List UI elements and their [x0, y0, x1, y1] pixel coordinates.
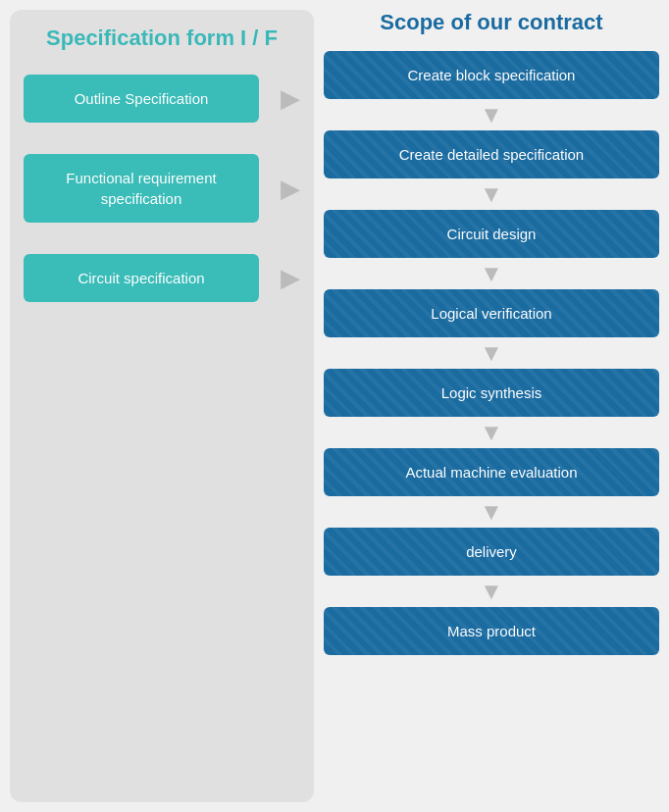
down-arrow-5: ▼	[480, 500, 503, 524]
left-box-functional-requirement: Functional requirement specification	[24, 154, 259, 223]
right-box-0: Create block specification	[324, 51, 659, 99]
left-item-row-0: Outline Specification ▶	[24, 75, 300, 123]
left-panel: Specification form I / F Outline Specifi…	[10, 10, 314, 802]
right-box-5: Actual machine evaluation	[324, 448, 659, 496]
right-box-4: Logic synthesis	[324, 369, 659, 417]
right-box-1: Create detailed specification	[324, 130, 659, 178]
down-arrow-6: ▼	[480, 580, 503, 603]
right-panel: Scope of our contract Create block speci…	[324, 10, 659, 802]
left-item-row-2: Circuit specification ▶	[24, 254, 300, 302]
right-box-6: delivery	[324, 528, 659, 576]
down-arrow-1: ▼	[480, 182, 503, 206]
down-arrow-3: ▼	[480, 341, 503, 365]
left-box-outline-specification: Outline Specification	[24, 75, 259, 123]
down-arrow-0: ▼	[480, 103, 503, 127]
right-arrow-1: ▶	[281, 174, 300, 204]
right-arrow-0: ▶	[281, 83, 300, 114]
left-item-row-1: Functional requirement specification ▶	[24, 154, 300, 223]
down-arrow-2: ▼	[480, 262, 503, 285]
page-container: Specification form I / F Outline Specifi…	[0, 0, 669, 812]
left-panel-title: Specification form I / F	[46, 25, 278, 51]
right-items: Create block specification ▼ Create deta…	[324, 51, 659, 655]
left-box-circuit-specification: Circuit specification	[24, 254, 259, 302]
right-arrow-2: ▶	[281, 263, 300, 293]
right-box-7: Mass product	[324, 607, 659, 655]
right-box-2: Circuit design	[324, 210, 659, 258]
left-items: Outline Specification ▶ Functional requi…	[24, 75, 300, 302]
right-panel-title: Scope of our contract	[380, 10, 602, 35]
right-box-3: Logical verification	[324, 289, 659, 337]
down-arrow-4: ▼	[480, 421, 503, 444]
